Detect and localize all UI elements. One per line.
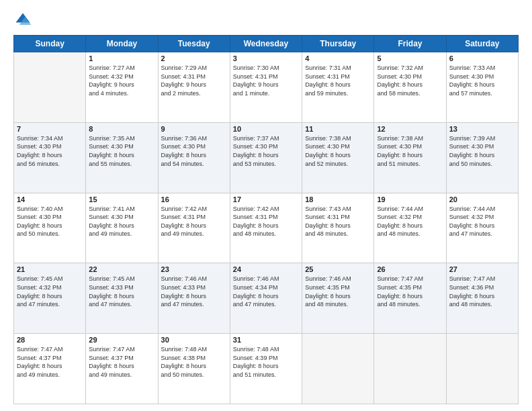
calendar-week-row: 28Sunrise: 7:47 AM Sunset: 4:37 PM Dayli… (14, 334, 519, 404)
calendar-cell: 22Sunrise: 7:45 AM Sunset: 4:33 PM Dayli… (86, 263, 158, 334)
day-number: 10 (233, 125, 299, 133)
calendar-cell: 15Sunrise: 7:41 AM Sunset: 4:30 PM Dayli… (86, 193, 158, 263)
cell-info: Sunrise: 7:45 AM Sunset: 4:32 PM Dayligh… (17, 275, 83, 308)
cell-info: Sunrise: 7:33 AM Sunset: 4:30 PM Dayligh… (449, 64, 515, 97)
cell-info: Sunrise: 7:38 AM Sunset: 4:30 PM Dayligh… (377, 134, 443, 168)
cell-info: Sunrise: 7:46 AM Sunset: 4:33 PM Dayligh… (161, 275, 227, 308)
header (13, 11, 519, 30)
calendar-cell: 11Sunrise: 7:38 AM Sunset: 4:30 PM Dayli… (302, 122, 374, 193)
day-number: 20 (449, 195, 515, 203)
cell-info: Sunrise: 7:42 AM Sunset: 4:31 PM Dayligh… (161, 205, 227, 238)
day-number: 4 (305, 54, 371, 62)
day-number: 2 (161, 54, 227, 62)
cell-info: Sunrise: 7:48 AM Sunset: 4:39 PM Dayligh… (233, 345, 299, 379)
calendar-cell: 27Sunrise: 7:47 AM Sunset: 4:36 PM Dayli… (446, 263, 518, 334)
cell-info: Sunrise: 7:47 AM Sunset: 4:36 PM Dayligh… (449, 275, 515, 308)
day-number: 5 (377, 54, 443, 62)
cell-info: Sunrise: 7:31 AM Sunset: 4:31 PM Dayligh… (305, 64, 371, 97)
day-header-sunday: Sunday (14, 36, 86, 52)
calendar-cell: 19Sunrise: 7:44 AM Sunset: 4:32 PM Dayli… (374, 193, 446, 263)
day-number: 27 (449, 265, 515, 273)
calendar-cell: 30Sunrise: 7:48 AM Sunset: 4:38 PM Dayli… (158, 334, 230, 404)
day-number: 21 (17, 265, 83, 273)
day-header-tuesday: Tuesday (158, 36, 230, 52)
cell-info: Sunrise: 7:46 AM Sunset: 4:34 PM Dayligh… (233, 275, 299, 308)
calendar-cell: 31Sunrise: 7:48 AM Sunset: 4:39 PM Dayli… (230, 334, 302, 404)
cell-info: Sunrise: 7:47 AM Sunset: 4:37 PM Dayligh… (17, 345, 83, 379)
day-number: 1 (89, 54, 154, 62)
calendar-cell (446, 334, 518, 404)
cell-info: Sunrise: 7:47 AM Sunset: 4:37 PM Dayligh… (89, 345, 154, 379)
calendar-cell (374, 334, 446, 404)
cell-info: Sunrise: 7:48 AM Sunset: 4:38 PM Dayligh… (161, 345, 227, 379)
cell-info: Sunrise: 7:34 AM Sunset: 4:30 PM Dayligh… (17, 134, 83, 168)
calendar-cell: 29Sunrise: 7:47 AM Sunset: 4:37 PM Dayli… (86, 334, 158, 404)
calendar-cell: 6Sunrise: 7:33 AM Sunset: 4:30 PM Daylig… (446, 52, 518, 123)
cell-info: Sunrise: 7:47 AM Sunset: 4:35 PM Dayligh… (377, 275, 443, 308)
cell-info: Sunrise: 7:43 AM Sunset: 4:31 PM Dayligh… (305, 205, 371, 238)
calendar-cell: 26Sunrise: 7:47 AM Sunset: 4:35 PM Dayli… (374, 263, 446, 334)
calendar-cell: 20Sunrise: 7:44 AM Sunset: 4:32 PM Dayli… (446, 193, 518, 263)
calendar-cell: 18Sunrise: 7:43 AM Sunset: 4:31 PM Dayli… (302, 193, 374, 263)
calendar-cell: 10Sunrise: 7:37 AM Sunset: 4:30 PM Dayli… (230, 122, 302, 193)
day-number: 25 (305, 265, 371, 273)
calendar-cell: 21Sunrise: 7:45 AM Sunset: 4:32 PM Dayli… (14, 263, 86, 334)
calendar-cell: 7Sunrise: 7:34 AM Sunset: 4:30 PM Daylig… (14, 122, 86, 193)
day-number: 30 (161, 336, 227, 344)
calendar-cell: 5Sunrise: 7:32 AM Sunset: 4:30 PM Daylig… (374, 52, 446, 123)
day-header-saturday: Saturday (446, 36, 518, 52)
calendar-week-row: 1Sunrise: 7:27 AM Sunset: 4:32 PM Daylig… (14, 52, 519, 123)
day-number: 11 (305, 125, 371, 133)
day-header-friday: Friday (374, 36, 446, 52)
cell-info: Sunrise: 7:44 AM Sunset: 4:32 PM Dayligh… (377, 205, 443, 238)
cell-info: Sunrise: 7:27 AM Sunset: 4:32 PM Dayligh… (89, 64, 154, 97)
cell-info: Sunrise: 7:38 AM Sunset: 4:30 PM Dayligh… (305, 134, 371, 168)
day-number: 29 (89, 336, 154, 344)
calendar-cell: 9Sunrise: 7:36 AM Sunset: 4:30 PM Daylig… (158, 122, 230, 193)
day-number: 15 (89, 195, 154, 203)
cell-info: Sunrise: 7:30 AM Sunset: 4:31 PM Dayligh… (233, 64, 299, 97)
calendar-header-row: SundayMondayTuesdayWednesdayThursdayFrid… (14, 36, 519, 52)
cell-info: Sunrise: 7:32 AM Sunset: 4:30 PM Dayligh… (377, 64, 443, 97)
day-number: 6 (449, 54, 515, 62)
calendar-week-row: 14Sunrise: 7:40 AM Sunset: 4:30 PM Dayli… (14, 193, 519, 263)
day-number: 24 (233, 265, 299, 273)
calendar-cell (302, 334, 374, 404)
cell-info: Sunrise: 7:46 AM Sunset: 4:35 PM Dayligh… (305, 275, 371, 308)
cell-info: Sunrise: 7:39 AM Sunset: 4:30 PM Dayligh… (449, 134, 515, 168)
day-number: 17 (233, 195, 299, 203)
day-number: 3 (233, 54, 299, 62)
day-number: 12 (377, 125, 443, 133)
calendar-cell: 1Sunrise: 7:27 AM Sunset: 4:32 PM Daylig… (86, 52, 158, 123)
logo (13, 11, 35, 30)
calendar-cell: 12Sunrise: 7:38 AM Sunset: 4:30 PM Dayli… (374, 122, 446, 193)
day-number: 19 (377, 195, 443, 203)
day-header-thursday: Thursday (302, 36, 374, 52)
day-number: 18 (305, 195, 371, 203)
day-number: 16 (161, 195, 227, 203)
cell-info: Sunrise: 7:40 AM Sunset: 4:30 PM Dayligh… (17, 205, 83, 238)
day-number: 13 (449, 125, 515, 133)
calendar-cell: 4Sunrise: 7:31 AM Sunset: 4:31 PM Daylig… (302, 52, 374, 123)
cell-info: Sunrise: 7:36 AM Sunset: 4:30 PM Dayligh… (161, 134, 227, 168)
day-number: 22 (89, 265, 154, 273)
calendar-cell: 16Sunrise: 7:42 AM Sunset: 4:31 PM Dayli… (158, 193, 230, 263)
day-header-wednesday: Wednesday (230, 36, 302, 52)
day-number: 9 (161, 125, 227, 133)
calendar-cell: 8Sunrise: 7:35 AM Sunset: 4:30 PM Daylig… (86, 122, 158, 193)
calendar-cell: 28Sunrise: 7:47 AM Sunset: 4:37 PM Dayli… (14, 334, 86, 404)
day-header-monday: Monday (86, 36, 158, 52)
cell-info: Sunrise: 7:42 AM Sunset: 4:31 PM Dayligh… (233, 205, 299, 238)
cell-info: Sunrise: 7:45 AM Sunset: 4:33 PM Dayligh… (89, 275, 154, 308)
calendar-cell: 24Sunrise: 7:46 AM Sunset: 4:34 PM Dayli… (230, 263, 302, 334)
calendar-cell: 17Sunrise: 7:42 AM Sunset: 4:31 PM Dayli… (230, 193, 302, 263)
calendar-cell: 14Sunrise: 7:40 AM Sunset: 4:30 PM Dayli… (14, 193, 86, 263)
cell-info: Sunrise: 7:35 AM Sunset: 4:30 PM Dayligh… (89, 134, 154, 168)
day-number: 7 (17, 125, 83, 133)
day-number: 28 (17, 336, 83, 344)
cell-info: Sunrise: 7:44 AM Sunset: 4:32 PM Dayligh… (449, 205, 515, 238)
calendar-table: SundayMondayTuesdayWednesdayThursdayFrid… (13, 35, 519, 404)
day-number: 14 (17, 195, 83, 203)
day-number: 31 (233, 336, 299, 344)
cell-info: Sunrise: 7:29 AM Sunset: 4:31 PM Dayligh… (161, 64, 227, 97)
